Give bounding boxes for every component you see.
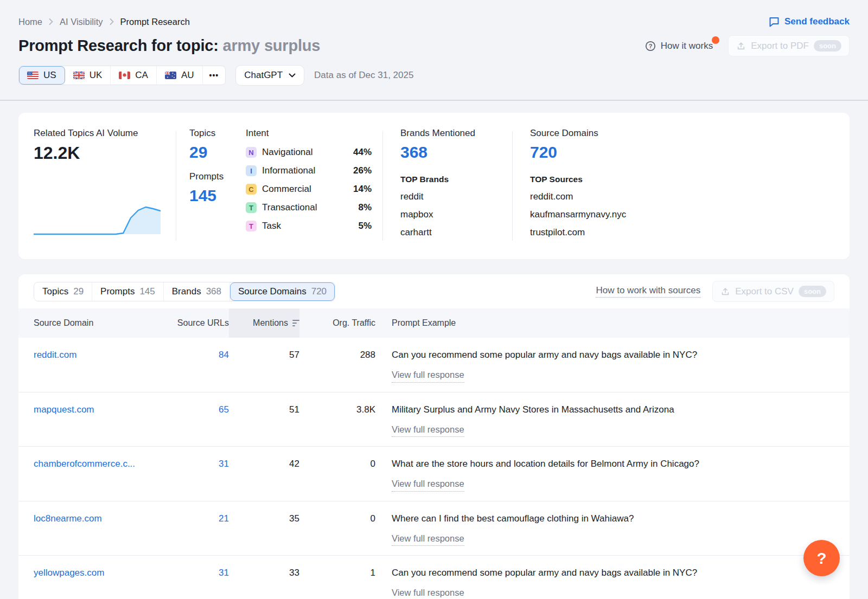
col-prompt-example: Prompt Example [375, 308, 834, 338]
top-brands-list: redditmapboxcarhartt [400, 191, 512, 238]
source-domain-link[interactable]: yellowpages.com [34, 567, 172, 579]
entity-tabs: Topics29 Prompts145 Brands368 Source Dom… [34, 282, 335, 301]
source-domain-link[interactable]: chamberofcommerce.c... [34, 458, 172, 470]
chevron-down-icon [289, 73, 296, 78]
intent-list: N Navigational 44% I Informational 26% C… [246, 147, 372, 231]
col-source-urls: Source URLs [172, 308, 229, 338]
top-brand-item: mapbox [400, 209, 512, 220]
brands-mentioned-value: 368 [400, 143, 512, 162]
intent-name: Task [262, 221, 281, 231]
summary-stats-card: Related Topics AI Volume 12.2K Topics 29… [18, 113, 850, 259]
intent-row: C Commercial 14% [246, 184, 372, 195]
model-selector-dropdown[interactable]: ChatGPT [235, 65, 304, 86]
help-button[interactable]: ? [803, 540, 840, 576]
uk-flag-icon [73, 72, 85, 79]
intent-row: N Navigational 44% [246, 147, 372, 158]
prompt-example-text: Where can I find the best camouflage clo… [392, 513, 834, 525]
page-title: Prompt Research for topic: army surplus [18, 37, 320, 55]
prompt-example-text: Can you recommend some popular army and … [392, 567, 834, 579]
view-full-response-link[interactable]: View full response [392, 424, 464, 437]
org-traffic-value: 0 [299, 458, 375, 470]
org-traffic-value: 0 [299, 513, 375, 525]
intent-row: T Transactional 8% [246, 202, 372, 213]
intent-label: Intent [246, 128, 372, 139]
soon-badge: soon [799, 286, 826, 297]
ai-volume-value: 12.2K [34, 143, 164, 163]
table-row: yellowpages.com 31 33 1 Can you recommen… [18, 556, 850, 599]
intent-badge-icon: C [246, 184, 257, 195]
country-tab-au[interactable]: AU [157, 66, 203, 85]
view-full-response-link[interactable]: View full response [392, 587, 464, 599]
top-source-item: trustpilot.com [530, 227, 834, 238]
prompts-value: 145 [189, 186, 246, 205]
tab-topics[interactable]: Topics29 [34, 282, 92, 301]
view-full-response-link[interactable]: View full response [392, 369, 464, 382]
top-brand-item: reddit [400, 191, 512, 202]
breadcrumb-chevron-icon [110, 18, 114, 25]
source-urls-link[interactable]: 65 [172, 404, 229, 416]
breadcrumb-chevron-icon [49, 18, 53, 25]
ca-flag-icon [119, 72, 130, 79]
how-to-work-with-sources-link[interactable]: How to work with sources [596, 285, 700, 298]
source-urls-link[interactable]: 21 [172, 513, 229, 525]
source-domain-link[interactable]: mapquest.com [34, 404, 172, 416]
mentions-value: 33 [229, 567, 299, 579]
intent-name: Navigational [262, 147, 313, 158]
country-tab-uk[interactable]: UK [65, 66, 111, 85]
col-mentions-sortable[interactable]: Mentions [229, 308, 299, 338]
breadcrumb-ai-visibility[interactable]: AI Visibility [60, 17, 103, 27]
source-urls-link[interactable]: 31 [172, 458, 229, 470]
tab-source-domains[interactable]: Source Domains720 [230, 282, 335, 301]
soon-badge: soon [814, 40, 841, 51]
au-flag-icon [165, 72, 176, 79]
notification-dot [712, 36, 719, 44]
intent-percent: 44% [353, 147, 372, 158]
country-tab-us[interactable]: US [19, 66, 65, 85]
ai-volume-label: Related Topics AI Volume [34, 128, 164, 139]
upload-icon [720, 287, 730, 297]
how-it-works-link[interactable]: ? How it works [645, 41, 717, 51]
org-traffic-value: 1 [299, 567, 375, 579]
intent-percent: 5% [358, 221, 372, 231]
sources-table-card: Topics29 Prompts145 Brands368 Source Dom… [18, 274, 850, 599]
col-source-domain: Source Domain [34, 308, 172, 338]
view-full-response-link[interactable]: View full response [392, 533, 464, 546]
tab-prompts[interactable]: Prompts145 [92, 282, 164, 301]
source-domain-link[interactable]: loc8nearme.com [34, 513, 172, 525]
intent-name: Commercial [262, 184, 311, 195]
topic-name: army surplus [223, 37, 321, 54]
source-urls-link[interactable]: 31 [172, 567, 229, 579]
source-domains-label: Source Domains [530, 128, 834, 139]
source-domains-value: 720 [530, 143, 834, 162]
intent-badge-icon: T [246, 202, 257, 213]
more-countries-button[interactable]: ••• [203, 66, 226, 85]
intent-percent: 14% [353, 184, 372, 195]
feedback-bubble-icon [769, 16, 780, 27]
sort-descending-icon [292, 320, 299, 327]
top-source-item: kaufmansarmynavy.nyc [530, 209, 834, 220]
top-brands-label: TOP Brands [400, 175, 512, 184]
country-tab-ca[interactable]: CA [111, 66, 157, 85]
source-urls-link[interactable]: 84 [172, 349, 229, 361]
mentions-value: 35 [229, 513, 299, 525]
ai-volume-sparkline [34, 203, 161, 236]
intent-name: Informational [262, 165, 315, 176]
intent-row: T Task 5% [246, 221, 372, 231]
mentions-value: 51 [229, 404, 299, 416]
intent-badge-icon: T [246, 221, 257, 231]
country-selector: US UK CA AU ••• [18, 66, 226, 85]
table-row: chamberofcommerce.c... 31 42 0 What are … [18, 447, 850, 501]
org-traffic-value: 3.8K [299, 404, 375, 416]
view-full-response-link[interactable]: View full response [392, 478, 464, 491]
send-feedback-link[interactable]: Send feedback [769, 16, 850, 27]
question-circle-icon: ? [645, 41, 656, 51]
tab-brands[interactable]: Brands368 [164, 282, 230, 301]
intent-badge-icon: N [246, 147, 257, 158]
breadcrumb-current: Prompt Research [120, 17, 190, 27]
intent-row: I Informational 26% [246, 165, 372, 176]
source-domain-link[interactable]: reddit.com [34, 349, 172, 361]
breadcrumb: Home AI Visibility Prompt Research [18, 17, 190, 27]
intent-name: Transactional [262, 202, 317, 213]
export-pdf-button: Export to PDF soon [728, 35, 850, 56]
breadcrumb-home[interactable]: Home [18, 17, 42, 27]
